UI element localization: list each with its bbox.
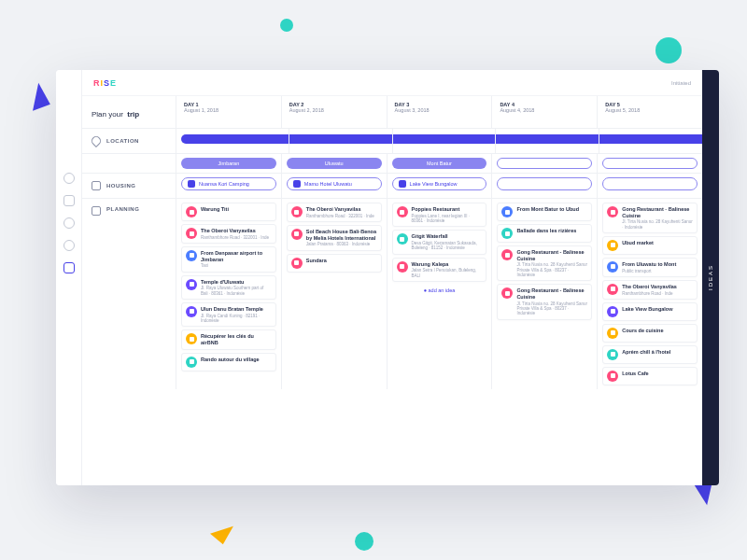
planning-card[interactable]: From Uluwatu to MontPublic transport <box>602 258 698 277</box>
rail-icon-clock[interactable] <box>63 240 75 251</box>
rail-icon-globe[interactable] <box>63 217 75 229</box>
planning-card[interactable]: Sol Beach House Bali-Benoa by Melia Hote… <box>287 225 382 251</box>
app-window: RISE Initiated Plan your trip DAY 1Augus… <box>56 70 719 485</box>
location-pill[interactable]: Uluwatu <box>287 158 382 169</box>
card-icon <box>607 328 618 339</box>
card-icon <box>186 206 197 217</box>
lodging-icon <box>293 180 301 188</box>
planning-icon <box>92 206 101 216</box>
card-icon <box>186 357 197 368</box>
row-label-housing: HOUSING <box>82 174 176 198</box>
card-icon <box>607 306 618 317</box>
card-icon <box>607 240 618 251</box>
planning-card[interactable]: Gong Restaurant - Balinese CuisineJl. Ti… <box>497 245 592 281</box>
rail-icon-grid[interactable] <box>63 262 75 273</box>
planning-card[interactable]: Gong Restaurant - Balinese CuisineJl. Ti… <box>497 284 592 319</box>
housing-pill-empty[interactable] <box>497 177 592 190</box>
planning-card[interactable]: Lotus Cafe <box>602 367 698 385</box>
housing-pill-empty[interactable] <box>602 177 698 190</box>
location-pill[interactable]: Jimbaran <box>181 158 276 169</box>
card-icon <box>607 206 618 217</box>
planning-column-1: Warung TitiThe Oberoi VanyavilasRanthamb… <box>176 199 281 389</box>
topbar: RISE Initiated <box>82 70 702 96</box>
card-icon <box>501 206 513 217</box>
planning-column-2: The Oberoi VanyavilasRanthambhore Road ·… <box>281 199 387 389</box>
card-icon <box>607 371 618 382</box>
card-icon <box>291 206 303 217</box>
planning-card[interactable]: Temple d'UluwatuJl. Raya Uluwatu Souther… <box>181 275 276 300</box>
ideas-panel-tab[interactable]: IDEAS <box>702 70 719 485</box>
card-icon <box>397 206 408 217</box>
planning-card[interactable]: Sundara <box>287 254 382 273</box>
day-header-2[interactable]: DAY 2August 2, 2018 <box>281 96 387 128</box>
housing-icon <box>92 181 101 190</box>
header-row: Plan your trip DAY 1August 1, 2018DAY 2A… <box>82 96 702 129</box>
card-icon <box>291 258 303 269</box>
planning-card[interactable]: The Oberoi VanyavilasRanthambhore Road ·… <box>287 203 382 222</box>
planning-card[interactable]: Ubud market <box>602 236 698 255</box>
nav-rail <box>56 70 82 485</box>
lodging-icon <box>399 180 406 188</box>
planning-card[interactable]: From Mont Batur to Ubud <box>497 203 592 221</box>
housing-pill[interactable]: Nuansa Kori Camping <box>181 177 276 190</box>
card-icon <box>186 250 197 261</box>
card-icon <box>291 229 303 240</box>
rail-icon-card[interactable] <box>63 195 75 206</box>
card-icon <box>397 261 408 273</box>
card-icon <box>501 228 513 239</box>
card-icon <box>501 249 513 260</box>
card-icon <box>501 287 513 299</box>
card-icon <box>186 228 197 239</box>
lodging-icon <box>188 180 195 188</box>
planning-card[interactable]: The Oberoi VanyavilasRanthambhore Road ·… <box>602 280 698 300</box>
add-idea-button[interactable]: ● add an idea <box>392 285 487 296</box>
location-icon <box>90 134 103 147</box>
planning-card[interactable]: Gitgit WaterfallDesa Gitgit, Kecamatan S… <box>392 230 487 254</box>
planning-card[interactable]: From Denpasar airport to JimbaranTaxi <box>181 246 276 273</box>
row-label-planning: PLANNING <box>82 199 176 389</box>
planning-card[interactable]: Ballade dans les rizières <box>497 224 592 243</box>
card-icon <box>186 333 197 344</box>
card-icon <box>397 233 408 245</box>
planning-column-5: Gong Restaurant - Balinese CuisineJl. Ti… <box>597 199 702 389</box>
location-pill-empty[interactable] <box>497 158 592 169</box>
planning-card[interactable]: Cours de cuisine <box>602 324 698 343</box>
housing-pill[interactable]: Lake View Bungalow <box>392 177 487 190</box>
status-text: Initiated <box>671 80 691 86</box>
page-title: Plan your trip <box>82 96 176 128</box>
card-icon <box>607 349 618 360</box>
location-pill-empty[interactable] <box>602 158 698 169</box>
day-header-3[interactable]: DAY 3August 3, 2018 <box>387 96 492 128</box>
card-icon <box>186 279 197 290</box>
planning-column-3: Poppies RestaurantPoppies Lane I, near l… <box>387 199 492 389</box>
housing-pill[interactable]: Mamo Hotel Uluwatu <box>287 177 382 190</box>
day-header-1[interactable]: DAY 1August 1, 2018 <box>176 96 281 128</box>
card-icon <box>607 261 618 273</box>
rail-icon-dashboard[interactable] <box>63 173 75 184</box>
planning-card[interactable]: Lake View Bungalow <box>602 302 698 321</box>
card-icon <box>607 284 618 295</box>
planning-column-4: From Mont Batur to UbudBallade dans les … <box>491 199 597 389</box>
planning-card[interactable]: Gong Restaurant - Balinese CuisineJl. Ti… <box>602 203 698 233</box>
planning-card[interactable]: The Oberoi VanyavilasRanthambhore Road ·… <box>181 224 276 244</box>
planning-card[interactable]: Warung KalepaJalan Setra I Penutukan, Bu… <box>392 258 487 282</box>
planning-card[interactable]: Rando autour du village <box>181 353 276 371</box>
planning-card[interactable]: Warung Titi <box>181 203 276 221</box>
planning-card[interactable]: Poppies RestaurantPoppies Lane I, near l… <box>392 203 487 227</box>
card-icon <box>186 306 197 317</box>
logo[interactable]: RISE <box>93 78 117 88</box>
planning-card[interactable]: Aprèm chill à l'hotel <box>602 345 698 364</box>
location-pill[interactable]: Mont Batur <box>392 158 487 169</box>
planning-card[interactable]: Récupérer les clés du airBNB <box>181 329 276 349</box>
row-label-location: LOCATION <box>82 129 176 153</box>
day-header-4[interactable]: DAY 4August 4, 2018 <box>491 96 597 128</box>
planning-card[interactable]: Ulun Danu Bratan TempleJl. Raya Candi Ku… <box>181 302 276 327</box>
day-header-5[interactable]: DAY 5August 5, 2018 <box>597 96 702 128</box>
